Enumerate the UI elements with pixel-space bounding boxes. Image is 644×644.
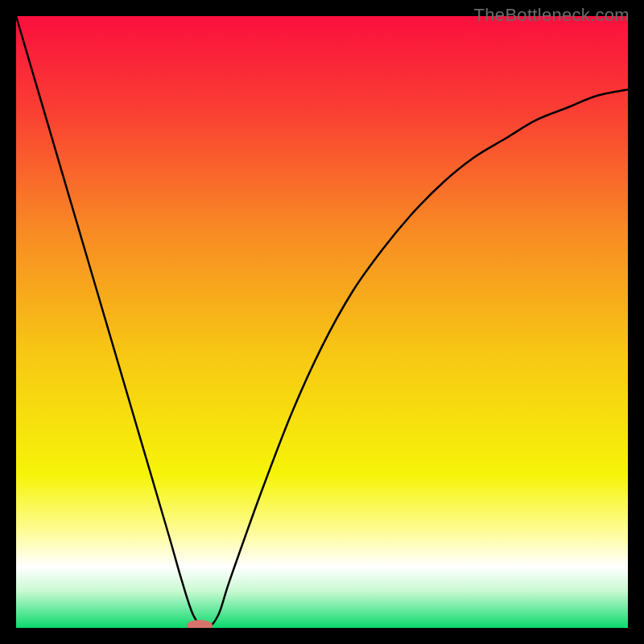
watermark-text: TheBottleneck.com <box>474 5 630 26</box>
chart-frame <box>16 16 628 628</box>
bottleneck-chart <box>16 16 628 628</box>
chart-background <box>16 16 628 628</box>
